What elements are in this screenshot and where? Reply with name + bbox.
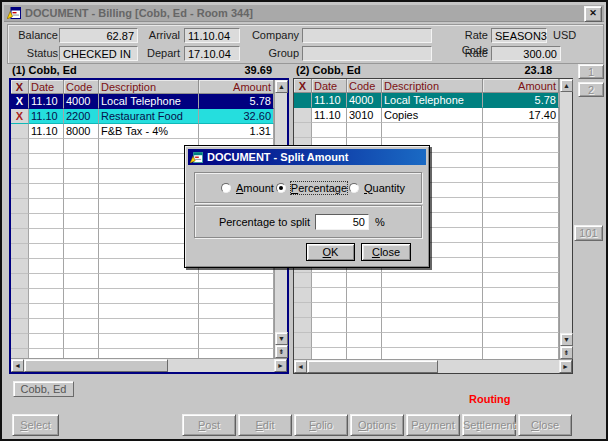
scroll-right-icon[interactable]: ► [559,360,572,373]
scrollbar-thumb[interactable] [24,359,168,372]
charge-row[interactable]: 11.10 3010 Copies 17.40 [294,108,559,123]
window-titlebar[interactable]: DOCUMENT - Billing [Cobb, Ed - Room 344] [4,5,604,22]
window-1-button[interactable]: 1 [578,64,604,79]
empty-cell [294,273,312,288]
action-button[interactable]: Options [350,414,404,436]
scroll-page-down-icon[interactable]: ⇟ [275,345,288,358]
empty-cell [29,184,64,199]
dialog-titlebar[interactable]: DOCUMENT - Split Amount [188,149,426,165]
col-header-amount: Amount [483,79,559,93]
col-header-date: Date [312,79,347,93]
pane2-title: (2) Cobb, Ed [296,64,361,77]
table-row-empty [294,123,559,138]
arrival-field[interactable]: 11.10.04 [184,28,240,43]
window-2-button[interactable]: 2 [578,82,604,97]
close-window-button[interactable]: ✕ [584,6,602,22]
action-button[interactable]: Payment [406,414,460,436]
table-row-empty [294,303,559,318]
action-button[interactable]: Edit [238,414,292,436]
empty-cell [29,334,64,349]
ok-button[interactable]: OK [306,243,355,261]
split-amount-dialog: DOCUMENT - Split Amount Amount Percentag… [184,145,430,268]
vertical-scrollbar[interactable]: ▲ ▼ ⇟ [559,79,572,359]
mark-cell[interactable] [294,93,312,108]
table-row-empty [11,334,274,349]
empty-cell [483,168,559,183]
empty-cell [312,123,347,138]
empty-cell [64,334,99,349]
empty-cell [29,154,64,169]
percentage-input[interactable] [315,214,369,230]
rate-code-field[interactable]: SEASON3 [491,28,547,43]
charge-row[interactable]: 11.10 4000 Local Telephone 5.78 [294,93,559,108]
empty-cell [347,303,382,318]
charge-row[interactable]: X 11.10 2200 Restaurant Food 32.60 [11,109,274,124]
dialog-close-button[interactable]: Close [361,243,411,261]
action-button[interactable]: Post [182,414,236,436]
table-row-empty [11,319,274,334]
scroll-page-down-icon[interactable]: ⇟ [560,346,573,359]
radio-icon[interactable] [276,183,286,193]
scroll-left-icon[interactable]: ◄ [11,359,24,372]
mark-cell[interactable] [294,108,312,123]
empty-cell [11,169,29,184]
pane1-total: 39.69 [182,64,272,77]
table-row-empty [294,318,559,333]
empty-cell [347,348,382,359]
scroll-down-icon[interactable]: ▼ [560,333,573,346]
scrollbar-thumb[interactable] [307,360,438,373]
status-field[interactable]: CHECKED IN [59,46,138,61]
scroll-up-icon[interactable]: ▲ [275,80,288,93]
empty-cell [294,303,312,318]
radio-option[interactable]: Quantity [349,182,405,194]
table-row-empty [11,274,274,289]
company-field[interactable] [302,28,432,43]
empty-cell [483,273,559,288]
radio-option[interactable]: Percentage [276,182,347,194]
empty-cell [199,319,274,334]
depart-field[interactable]: 17.10.04 [184,46,240,61]
scroll-up-icon[interactable]: ▲ [560,79,573,92]
balance-label: Balance [10,28,58,43]
mark-cell[interactable]: X [11,94,29,109]
scroll-left-icon[interactable]: ◄ [294,360,307,373]
empty-cell [312,348,347,359]
radio-label: Quantity [364,182,405,194]
action-button[interactable]: Settlement [462,414,516,436]
amount-cell: 5.78 [199,94,274,109]
mark-cell[interactable] [11,124,29,139]
group-label: Group [244,46,299,61]
scroll-right-icon[interactable]: ► [274,359,287,372]
empty-cell [11,304,29,319]
code-cell: 8000 [64,124,99,139]
select-all-button[interactable]: Select All [12,414,59,436]
mark-cell[interactable]: X [11,109,29,124]
empty-cell [29,214,64,229]
group-field[interactable] [302,46,432,61]
col-header-code: Code [347,79,382,93]
action-button[interactable]: Close [518,414,572,436]
radio-icon[interactable] [221,183,231,193]
empty-cell [29,349,64,358]
empty-cell [11,184,29,199]
rate-field[interactable]: 300.00 [491,46,561,61]
balance-field[interactable]: 62.87 [59,28,138,43]
folio-tab-cobb-ed[interactable]: Cobb, Ed [13,381,74,397]
empty-cell [483,213,559,228]
scroll-down-icon[interactable]: ▼ [275,332,288,345]
charge-row[interactable]: 11.10 8000 F&B Tax - 4% 1.31 [11,124,274,139]
horizontal-scrollbar[interactable]: ◄ ► [11,358,287,372]
empty-cell [11,154,29,169]
action-button[interactable]: Folio [294,414,348,436]
empty-cell [483,258,559,273]
empty-cell [294,288,312,303]
code-cell: 3010 [347,108,382,123]
empty-cell [347,273,382,288]
charge-row[interactable]: X 11.10 4000 Local Telephone 5.78 [11,94,274,109]
horizontal-scrollbar[interactable]: ◄ ► [294,359,572,373]
radio-option[interactable]: Amount [221,182,274,194]
empty-cell [11,334,29,349]
radio-icon[interactable] [349,183,359,193]
table-row-empty [11,304,274,319]
room-101-button[interactable]: 101 [574,225,603,241]
